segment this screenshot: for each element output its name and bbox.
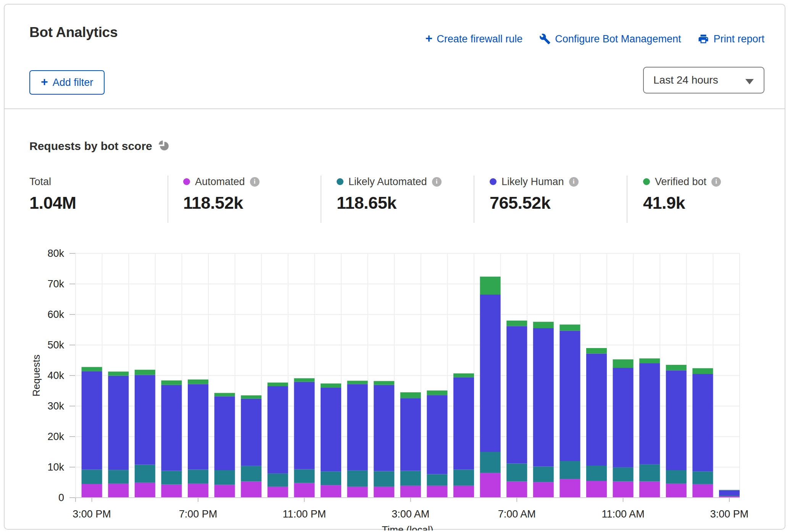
- bar-segment-verified-bot[interactable]: [480, 277, 501, 295]
- bar-segment-verified-bot[interactable]: [719, 490, 740, 490]
- bar-segment-verified-bot[interactable]: [453, 373, 474, 377]
- bar-segment-likely-automated[interactable]: [294, 469, 314, 483]
- bar-segment-automated[interactable]: [82, 484, 102, 498]
- bar-segment-automated[interactable]: [268, 487, 288, 498]
- bar-segment-likely-automated[interactable]: [559, 461, 580, 479]
- bar-segment-automated[interactable]: [533, 482, 554, 498]
- bar-segment-verified-bot[interactable]: [347, 381, 368, 384]
- bar-segment-likely-automated[interactable]: [82, 469, 102, 484]
- bar-segment-likely-automated[interactable]: [480, 452, 501, 473]
- bar-segment-likely-human[interactable]: [559, 330, 580, 461]
- bar-segment-likely-human[interactable]: [347, 384, 368, 470]
- bar-segment-likely-human[interactable]: [692, 374, 713, 471]
- bar-segment-automated[interactable]: [400, 486, 421, 498]
- bar-segment-likely-automated[interactable]: [453, 469, 474, 485]
- bar-segment-likely-automated[interactable]: [639, 464, 660, 482]
- bar-segment-likely-automated[interactable]: [135, 465, 155, 483]
- add-filter-button[interactable]: + Add filter: [29, 70, 105, 95]
- bar-segment-likely-automated[interactable]: [374, 471, 394, 487]
- bar-segment-automated[interactable]: [613, 482, 634, 498]
- bar-segment-likely-human[interactable]: [135, 375, 155, 464]
- bar-segment-likely-human[interactable]: [214, 396, 235, 470]
- bar-segment-automated[interactable]: [214, 485, 235, 498]
- bar-segment-verified-bot[interactable]: [427, 390, 447, 395]
- info-icon[interactable]: i: [711, 177, 721, 187]
- bar-segment-likely-automated[interactable]: [427, 474, 447, 485]
- bar-segment-automated[interactable]: [480, 473, 501, 498]
- bar-segment-likely-automated[interactable]: [161, 471, 182, 485]
- bar-segment-likely-human[interactable]: [241, 399, 261, 466]
- bar-segment-verified-bot[interactable]: [586, 348, 607, 353]
- bar-segment-likely-automated[interactable]: [188, 469, 208, 484]
- bar-segment-likely-human[interactable]: [613, 368, 634, 468]
- bar-segment-likely-human[interactable]: [453, 377, 474, 470]
- bar-segment-automated[interactable]: [427, 486, 447, 498]
- bar-segment-likely-human[interactable]: [666, 370, 687, 470]
- bar-segment-automated[interactable]: [347, 487, 368, 498]
- bar-segment-verified-bot[interactable]: [82, 367, 102, 371]
- bar-segment-verified-bot[interactable]: [108, 372, 129, 376]
- bar-segment-likely-automated[interactable]: [719, 495, 740, 496]
- bar-segment-likely-human[interactable]: [294, 382, 314, 469]
- bar-segment-automated[interactable]: [374, 487, 394, 498]
- bar-segment-automated[interactable]: [321, 485, 341, 498]
- bar-segment-verified-bot[interactable]: [241, 395, 261, 399]
- bar-segment-likely-automated[interactable]: [506, 463, 527, 481]
- bar-segment-likely-human[interactable]: [82, 371, 102, 470]
- bar-segment-automated[interactable]: [188, 484, 208, 498]
- bar-segment-automated[interactable]: [241, 482, 261, 498]
- bar-segment-likely-automated[interactable]: [586, 466, 607, 481]
- bar-segment-automated[interactable]: [719, 496, 740, 498]
- bar-segment-verified-bot[interactable]: [214, 393, 235, 397]
- bar-segment-likely-human[interactable]: [586, 353, 607, 466]
- bar-segment-likely-automated[interactable]: [268, 474, 288, 487]
- bar-segment-likely-human[interactable]: [427, 395, 447, 474]
- bar-segment-automated[interactable]: [294, 483, 314, 498]
- bar-segment-likely-automated[interactable]: [214, 470, 235, 485]
- bar-segment-verified-bot[interactable]: [400, 392, 421, 398]
- bar-segment-likely-human[interactable]: [480, 295, 501, 452]
- print-report-link[interactable]: Print report: [698, 33, 764, 45]
- bar-segment-likely-automated[interactable]: [321, 471, 341, 485]
- bar-segment-automated[interactable]: [135, 483, 155, 498]
- bar-segment-verified-bot[interactable]: [559, 324, 580, 330]
- bar-segment-likely-human[interactable]: [374, 385, 394, 471]
- bar-segment-verified-bot[interactable]: [135, 370, 155, 375]
- bar-segment-verified-bot[interactable]: [374, 381, 394, 385]
- bar-segment-automated[interactable]: [108, 484, 129, 498]
- bar-segment-likely-human[interactable]: [400, 398, 421, 471]
- bar-segment-verified-bot[interactable]: [506, 321, 527, 326]
- info-icon[interactable]: i: [250, 177, 260, 187]
- bar-segment-likely-human[interactable]: [321, 388, 341, 471]
- bar-segment-automated[interactable]: [666, 484, 687, 498]
- info-icon[interactable]: i: [432, 177, 442, 187]
- bar-segment-likely-automated[interactable]: [666, 470, 687, 484]
- bar-segment-verified-bot[interactable]: [692, 368, 713, 374]
- bar-segment-likely-human[interactable]: [161, 385, 182, 471]
- bar-segment-likely-automated[interactable]: [347, 471, 368, 487]
- bar-segment-likely-automated[interactable]: [613, 468, 634, 482]
- bar-segment-automated[interactable]: [506, 482, 527, 498]
- info-icon[interactable]: i: [569, 177, 579, 187]
- bar-segment-likely-human[interactable]: [506, 326, 527, 463]
- bar-segment-verified-bot[interactable]: [321, 384, 341, 388]
- bar-segment-likely-human[interactable]: [108, 376, 129, 470]
- bar-segment-automated[interactable]: [559, 479, 580, 498]
- bar-segment-verified-bot[interactable]: [533, 322, 554, 328]
- configure-bot-management-link[interactable]: Configure Bot Management: [539, 33, 681, 45]
- bar-segment-automated[interactable]: [161, 485, 182, 498]
- bar-segment-verified-bot[interactable]: [188, 379, 208, 384]
- bar-segment-automated[interactable]: [692, 484, 713, 498]
- bar-segment-verified-bot[interactable]: [613, 360, 634, 368]
- bar-segment-automated[interactable]: [586, 481, 607, 498]
- bar-segment-verified-bot[interactable]: [268, 382, 288, 386]
- bar-segment-likely-human[interactable]: [639, 363, 660, 464]
- bar-segment-automated[interactable]: [639, 482, 660, 498]
- bar-segment-likely-human[interactable]: [719, 490, 740, 495]
- bar-segment-verified-bot[interactable]: [639, 358, 660, 363]
- bar-segment-verified-bot[interactable]: [294, 378, 314, 382]
- bar-segment-likely-automated[interactable]: [108, 470, 129, 484]
- bar-segment-verified-bot[interactable]: [161, 380, 182, 385]
- bar-segment-likely-automated[interactable]: [692, 471, 713, 484]
- bar-segment-verified-bot[interactable]: [666, 365, 687, 370]
